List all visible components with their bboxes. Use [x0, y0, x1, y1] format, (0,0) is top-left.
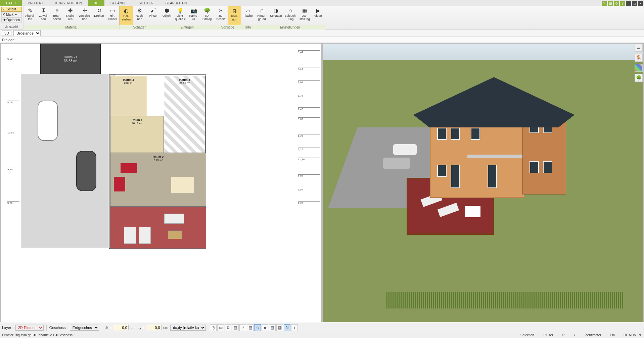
tool-icon-1[interactable]: ✎ — [602, 1, 607, 6]
dy-input[interactable] — [147, 325, 162, 330]
layer-label: Layer : — [2, 326, 13, 330]
tab-gelaende[interactable]: GELÄNDE — [104, 0, 133, 6]
ribbon-btn-5-1[interactable]: ◑Schatten — [269, 6, 283, 25]
dx-input[interactable] — [114, 325, 129, 330]
ribbon-group-3: ✂3D-Schnitt⇅Kolli-sionSonstige — [214, 6, 241, 30]
close-button[interactable]: × — [638, 1, 643, 6]
tab-bearbeiten[interactable]: BEARBEITEN — [159, 0, 193, 6]
ribbon-btn-1-1[interactable]: ⚙Rech-nen — [133, 6, 146, 25]
ribbon-btn-5-2[interactable]: ☼Beleuch-tung — [283, 6, 298, 25]
view-mode[interactable]: 3D — [2, 31, 11, 36]
dialoge-label: Dialoge: — [2, 38, 15, 42]
ribbon-btn-0-2[interactable]: ≡Bear-beiten — [50, 6, 64, 25]
ribbon-group-label: Einfügen — [160, 25, 214, 30]
ribbon-btn-2-2[interactable]: 📷Kame-ra — [187, 6, 200, 25]
status-bar: Fenster 2flg.sym gr L=Einbauteile G=Gesc… — [0, 332, 644, 338]
terrace[interactable] — [110, 207, 206, 249]
layer-select[interactable]: Urgelände — [13, 30, 41, 36]
info-icon[interactable]: i — [291, 324, 298, 331]
ribbon-icon: ◑ — [272, 7, 280, 14]
ribbon-group-label: Material — [24, 25, 120, 30]
ribbon-icon: ▦ — [301, 7, 308, 14]
ribbon-group-label: Schatten — [120, 25, 160, 30]
armchair-icon[interactable]: 🪑 — [635, 54, 643, 62]
diamond2-icon[interactable]: ◆ — [262, 324, 268, 331]
bottom-icons: ◷ ▭ ⧉ ▦ ↗ ▨ ◇ ◆ ▦ ▩ N i — [210, 324, 298, 331]
tool-icon-2[interactable]: ▦ — [608, 1, 613, 6]
ribbon-icon: ⚙ — [136, 7, 143, 14]
dy-unit: cm — [164, 326, 169, 330]
optionen-button[interactable]: ✚ Optionen — [1, 17, 22, 22]
ribbon-btn-0-6[interactable]: ▭Hin.Pinsel — [106, 6, 119, 25]
tab-datei[interactable]: DATEI — [0, 0, 22, 6]
arrow-icon[interactable]: ↗ — [239, 324, 246, 331]
layers2-icon[interactable]: ▦ — [232, 324, 239, 331]
pane-3d[interactable] — [322, 43, 644, 322]
grass-front — [386, 292, 623, 308]
ribbon-btn-5-4[interactable]: ▶Video — [311, 6, 325, 25]
selekt-button[interactable]: ▭ Selekt. — [1, 7, 22, 12]
diamond-icon[interactable]: ◇ — [254, 324, 261, 331]
tab-sichten[interactable]: SICHTEN — [133, 0, 159, 6]
ribbon-group-1: ◐Dar-stellen⚙Rech-nen🖌PinselSchatten — [120, 6, 160, 30]
geschoss-dropdown[interactable]: Erdgeschos — [70, 325, 99, 331]
layer-dropdown[interactable]: 2D-Elemen — [15, 325, 44, 331]
room-4[interactable]: Raum 42,89 m² — [110, 76, 147, 116]
maximize-button[interactable]: □ — [632, 1, 637, 6]
ribbon-icon: ▱ — [244, 7, 252, 14]
status-left: Fenster 2flg.sym gr L=Einbauteile G=Gesc… — [2, 333, 75, 337]
ribbon-btn-0-1[interactable]: ↧Zuwei-sen — [37, 6, 50, 25]
car-white[interactable] — [38, 101, 58, 141]
minimize-button[interactable]: – — [626, 1, 631, 6]
rel-dropdown[interactable]: dx,dy (relativ ka — [170, 325, 206, 331]
room-21[interactable]: Raum 21 38,83 m² — [40, 44, 101, 74]
tab-projekt[interactable]: PROJEKT — [22, 0, 49, 6]
tab-konstruktion[interactable]: KONSTRUKTION — [49, 0, 88, 6]
ribbon-icon: ✂ — [217, 7, 225, 14]
room-2[interactable]: Raum 26,45 m² — [110, 153, 206, 207]
layers-icon[interactable]: ≣ — [635, 44, 643, 52]
help-icon[interactable]: ? — [620, 1, 625, 6]
n-icon[interactable]: N — [284, 324, 290, 331]
grid-icon[interactable]: ▦ — [269, 324, 276, 331]
ribbon-btn-4-0[interactable]: ▱Fläche — [241, 6, 255, 25]
ribbon-btn-1-0[interactable]: ◐Dar-stellen — [120, 6, 133, 25]
pane-2d[interactable]: 6,00 4,69 10,81 5,76 5,76 Raum 21 38,83 … — [0, 43, 322, 322]
ribbon-btn-5-0[interactable]: ⌂Hinter-grund — [255, 6, 269, 25]
tree-icon[interactable]: 🌳 — [635, 74, 643, 82]
car-3d-2 — [383, 158, 410, 169]
main-tabs: DATEI PROJEKT KONSTRUKTION 3D GELÄNDE SI… — [0, 0, 644, 6]
ribbon-btn-0-5[interactable]: ↻Drehen — [92, 6, 106, 25]
clock-icon[interactable]: ◷ — [210, 324, 217, 331]
hatch-icon[interactable]: ▨ — [247, 324, 254, 331]
ribbon-btn-5-3[interactable]: ▦Dar-stellung — [298, 6, 311, 25]
ribbon-icon: ⇅ — [231, 7, 238, 14]
room-1[interactable]: Raum 120,11 m² — [110, 116, 164, 153]
ribbon-btn-0-0[interactable]: ✎Abgrei-fen — [24, 6, 37, 25]
room-3[interactable]: Raum 325,90 m² — [164, 76, 205, 153]
ribbon-btn-2-3[interactable]: 🌳3D-Bitmap — [200, 6, 214, 25]
screen-icon[interactable]: ▭ — [217, 324, 224, 331]
tab-3d[interactable]: 3D — [88, 0, 104, 6]
ribbon-btn-0-3[interactable]: ✥Skalie-ren — [64, 6, 77, 25]
ribbon-icon: ↧ — [40, 7, 47, 14]
grid2-icon[interactable]: ▩ — [276, 324, 283, 331]
tool-icon-3[interactable]: ⟳ — [614, 1, 619, 6]
ribbon-btn-2-1[interactable]: 💡Licht-quelle ▾ — [174, 6, 187, 25]
ribbon-btn-3-0[interactable]: ✂3D-Schnitt — [214, 6, 228, 25]
dx-label: dx = — [105, 326, 112, 330]
mark-button[interactable]: ⚲ Mark. ▾ — [1, 12, 22, 17]
ribbon-group-label: Sonstige — [214, 25, 241, 30]
ribbon-icon: 📷 — [190, 7, 197, 14]
car-dark[interactable] — [76, 151, 96, 191]
ribbon-btn-0-4[interactable]: ✢Verschie-ben — [77, 6, 93, 25]
ribbon-btn-2-0[interactable]: ⬢Objekt — [160, 6, 174, 25]
palette-icon[interactable] — [635, 64, 643, 72]
status-unit: Zentimeter — [585, 333, 601, 337]
ribbon-icon: 🖌 — [149, 7, 157, 14]
ribbon-btn-3-1[interactable]: ⇅Kolli-sion — [228, 6, 241, 25]
ribbon-icon: ▭ — [109, 7, 116, 14]
ribbon-btn-1-2[interactable]: 🖌Pinsel — [146, 6, 160, 25]
ribbon-icon: ⬢ — [163, 7, 171, 14]
link-icon[interactable]: ⧉ — [225, 324, 231, 331]
